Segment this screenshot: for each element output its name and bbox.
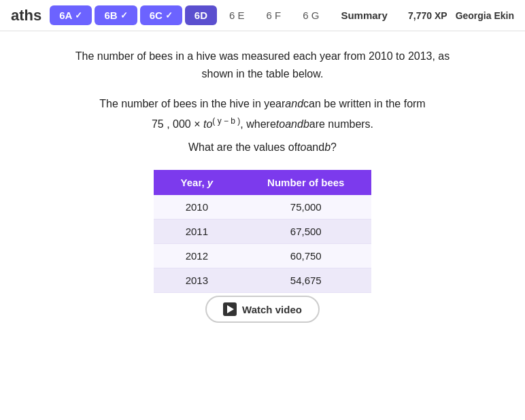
problem-body: The number of bees in the hive in yearan… bbox=[22, 94, 503, 135]
tab-6A-label: 6A bbox=[59, 10, 72, 21]
check-icon-6A: ✓ bbox=[75, 10, 82, 20]
tab-6D[interactable]: 6D bbox=[185, 5, 217, 25]
tab-6E[interactable]: 6 E bbox=[220, 5, 254, 25]
check-icon-6C: ✓ bbox=[165, 10, 173, 20]
play-triangle-icon bbox=[227, 305, 234, 313]
col-year-header: Year, y bbox=[154, 170, 241, 195]
tab-6C[interactable]: 6C ✓ bbox=[140, 5, 182, 25]
check-icon-6B: ✓ bbox=[120, 10, 128, 20]
header-right: 7,770 XP Georgia Ekin bbox=[408, 10, 514, 21]
year-cell: 2013 bbox=[154, 268, 241, 293]
problem-question: What are the values oftoandb? bbox=[22, 141, 503, 154]
bees-cell: 75,000 bbox=[240, 195, 371, 220]
col-bees-header: Number of bees bbox=[240, 170, 371, 195]
watch-video-button[interactable]: Watch video bbox=[205, 296, 320, 323]
table-row: 201167,500 bbox=[154, 220, 372, 244]
main-content: The number of bees in a hive was measure… bbox=[0, 31, 525, 346]
table-row: 201260,750 bbox=[154, 244, 372, 268]
xp-display: 7,770 XP bbox=[408, 10, 447, 21]
bees-cell: 67,500 bbox=[240, 220, 371, 244]
play-icon bbox=[223, 302, 237, 316]
year-cell: 2012 bbox=[154, 244, 241, 268]
tab-6D-label: 6D bbox=[194, 10, 207, 21]
problem-intro: The number of bees in a hive was measure… bbox=[22, 48, 503, 82]
tab-summary[interactable]: Summary bbox=[331, 5, 396, 25]
tab-6G[interactable]: 6 G bbox=[293, 5, 328, 25]
header-left: aths 6A ✓ 6B ✓ 6C ✓ 6D 6 E 6 F 6 G Summa… bbox=[11, 5, 397, 25]
data-table: Year, y Number of bees 201075,000201167,… bbox=[154, 170, 372, 293]
user-display: Georgia Ekin bbox=[456, 10, 514, 21]
tab-summary-label: Summary bbox=[341, 10, 387, 21]
table-row: 201075,000 bbox=[154, 195, 372, 220]
table-row: 201354,675 bbox=[154, 268, 372, 293]
tab-6A[interactable]: 6A ✓ bbox=[50, 5, 92, 25]
tab-6E-label: 6 E bbox=[229, 10, 245, 21]
tab-6F-label: 6 F bbox=[267, 10, 282, 21]
bees-cell: 54,675 bbox=[240, 268, 371, 293]
tab-6G-label: 6 G bbox=[303, 10, 319, 21]
tab-6B[interactable]: 6B ✓ bbox=[95, 5, 137, 25]
app-title: aths bbox=[11, 7, 41, 24]
tab-6F[interactable]: 6 F bbox=[257, 5, 291, 25]
watch-video-label: Watch video bbox=[242, 304, 302, 315]
tab-6C-label: 6C bbox=[150, 10, 163, 21]
year-cell: 2011 bbox=[154, 220, 241, 244]
year-cell: 2010 bbox=[154, 195, 241, 220]
header: aths 6A ✓ 6B ✓ 6C ✓ 6D 6 E 6 F 6 G Summa… bbox=[0, 0, 525, 31]
table-container: Year, y Number of bees 201075,000201167,… bbox=[22, 170, 503, 323]
tab-6B-label: 6B bbox=[104, 10, 117, 21]
bees-cell: 60,750 bbox=[240, 244, 371, 268]
